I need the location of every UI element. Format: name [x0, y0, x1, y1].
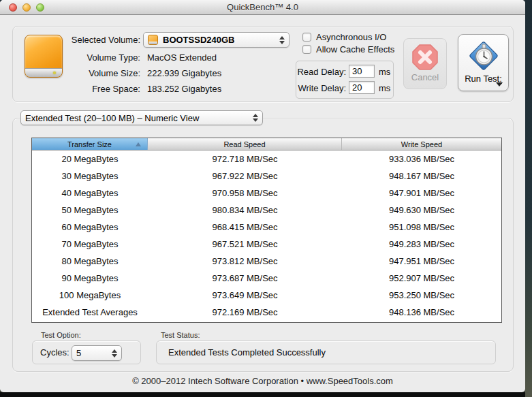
test-view-select[interactable]: Extended Test (20–100 MB) – Numeric View	[20, 110, 263, 125]
read-delay-input[interactable]	[349, 65, 375, 78]
status-box: Extended Tests Completed Successfully	[156, 340, 496, 364]
table-row[interactable]: 20 MegaBytes972.718 MB/Sec933.036 MB/Sec	[32, 150, 501, 168]
volume-icon	[148, 35, 158, 45]
run-test-button[interactable]: Run Test:	[458, 34, 509, 91]
run-test-dropdown-arrow[interactable]	[496, 82, 503, 86]
cancel-label: Cancel	[404, 72, 446, 82]
column-header-read-speed[interactable]: Read Speed	[148, 138, 342, 150]
table-cell: 973.687 MB/Sec	[148, 273, 342, 283]
table-body: 20 MegaBytes972.718 MB/Sec933.036 MB/Sec…	[32, 150, 501, 321]
allow-cache-checkbox[interactable]	[302, 45, 311, 54]
cycles-label: Cycles:	[40, 347, 69, 358]
column-header-label: Read Speed	[223, 140, 265, 148]
table-cell: 60 MegaBytes	[32, 222, 148, 232]
table-cell: 951.098 MB/Sec	[342, 222, 501, 232]
cycles-select[interactable]: 5	[72, 345, 122, 361]
table-row[interactable]: 90 MegaBytes973.687 MB/Sec952.907 MB/Sec	[32, 270, 501, 287]
table-row[interactable]: 50 MegaBytes980.834 MB/Sec949.630 MB/Sec	[32, 202, 501, 219]
volume-size-value: 222.939 Gigabytes	[147, 68, 221, 78]
titlebar[interactable]: QuickBench™ 4.0	[0, 0, 525, 15]
table-cell: 967.922 MB/Sec	[148, 171, 342, 181]
table-cell: 952.907 MB/Sec	[342, 273, 501, 283]
read-delay-label: Read Delay:	[297, 67, 346, 77]
table-cell: 50 MegaBytes	[32, 205, 148, 215]
table-row[interactable]: Extended Test Averages972.169 MB/Sec948.…	[32, 304, 501, 321]
allow-cache-row: Allow Cache Effects	[302, 44, 394, 54]
table-cell: 973.649 MB/Sec	[148, 290, 342, 300]
table-cell: 972.169 MB/Sec	[148, 307, 342, 317]
table-cell: 980.834 MB/Sec	[148, 205, 342, 215]
table-cell: 948.136 MB/Sec	[342, 307, 501, 317]
table-row[interactable]: 30 MegaBytes967.922 MB/Sec948.167 MB/Sec	[32, 168, 501, 185]
write-delay-input[interactable]	[349, 81, 375, 94]
free-space-label: Free Space:	[58, 84, 140, 94]
table-cell: 80 MegaBytes	[32, 256, 148, 266]
test-status-value: Extended Tests Completed Successfully	[168, 347, 326, 358]
table-cell: 100 MegaBytes	[32, 290, 148, 300]
copyright-text: © 2000–2012 Intech Software Corporation …	[0, 376, 525, 386]
table-cell: 948.167 MB/Sec	[342, 171, 501, 181]
table-header: Transfer Size Read Speed Write Speed	[32, 138, 501, 150]
sort-ascending-icon	[136, 142, 141, 146]
table-cell: 947.951 MB/Sec	[342, 256, 501, 266]
popup-arrows-icon	[275, 36, 285, 44]
volume-type-label: Volume Type:	[58, 52, 140, 63]
async-io-row: Asynchronous I/O	[302, 32, 386, 42]
window-title: QuickBench™ 4.0	[0, 2, 525, 12]
selected-volume-label: Selected Volume:	[58, 35, 140, 45]
table-cell: 967.521 MB/Sec	[148, 239, 342, 249]
app-window: QuickBench™ 4.0 Selected Volume: Volume …	[0, 0, 525, 392]
table-cell: 90 MegaBytes	[32, 273, 148, 283]
read-delay-unit: ms	[379, 67, 390, 77]
stopwatch-icon	[467, 39, 500, 72]
test-status-label: Test Status:	[161, 331, 200, 339]
volume-size-label: Volume Size:	[58, 68, 140, 78]
table-cell: 40 MegaBytes	[32, 188, 148, 198]
cycles-box: Cycles: 5	[32, 340, 141, 364]
write-delay-label: Write Delay:	[297, 83, 346, 93]
column-header-label: Transfer Size	[67, 140, 112, 148]
table-cell: 973.812 MB/Sec	[148, 256, 342, 266]
table-cell: 30 MegaBytes	[32, 171, 148, 181]
volume-type-value: MacOS Extended	[147, 52, 217, 63]
table-row[interactable]: 40 MegaBytes970.958 MB/Sec947.901 MB/Sec	[32, 185, 501, 202]
table-cell: 20 MegaBytes	[32, 154, 148, 164]
results-table: Transfer Size Read Speed Write Speed 20 …	[31, 138, 502, 323]
disk-led	[53, 72, 56, 74]
table-cell: 947.901 MB/Sec	[342, 188, 501, 198]
volume-icon-band	[148, 42, 157, 44]
write-delay-unit: ms	[379, 83, 390, 93]
desktop-right-edge	[525, 0, 532, 397]
table-cell: 970.958 MB/Sec	[148, 188, 342, 198]
table-cell: 953.250 MB/Sec	[342, 290, 501, 300]
table-cell: 972.718 MB/Sec	[148, 154, 342, 164]
desktop-bottom-edge	[0, 392, 532, 397]
async-io-checkbox[interactable]	[302, 33, 311, 42]
disk-drive-icon	[25, 35, 63, 78]
async-io-label: Asynchronous I/O	[316, 32, 386, 42]
test-view-value: Extended Test (20–100 MB) – Numeric View	[25, 113, 199, 123]
column-header-label: Write Speed	[401, 140, 442, 148]
free-space-value: 183.252 Gigabytes	[147, 84, 221, 94]
table-cell: 949.630 MB/Sec	[342, 205, 501, 215]
table-cell: 949.283 MB/Sec	[342, 239, 501, 249]
table-cell: 933.036 MB/Sec	[342, 154, 501, 164]
table-row[interactable]: 80 MegaBytes973.812 MB/Sec947.951 MB/Sec	[32, 253, 501, 270]
cycles-value: 5	[76, 348, 81, 358]
table-cell: 968.415 MB/Sec	[148, 222, 342, 232]
disk-band	[25, 68, 62, 77]
cancel-button[interactable]: Cancel	[403, 38, 447, 89]
table-row[interactable]: 60 MegaBytes968.415 MB/Sec951.098 MB/Sec	[32, 219, 501, 236]
column-header-write-speed[interactable]: Write Speed	[342, 138, 501, 150]
popup-arrows-icon	[108, 349, 117, 358]
test-option-label: Test Option:	[41, 331, 81, 339]
popup-arrows-icon	[249, 114, 258, 122]
table-row[interactable]: 70 MegaBytes967.521 MB/Sec949.283 MB/Sec	[32, 236, 501, 253]
allow-cache-label: Allow Cache Effects	[316, 44, 394, 54]
stop-octagon-icon	[411, 44, 439, 71]
selected-volume-value: BOOTSSD240GB	[163, 35, 234, 45]
table-row[interactable]: 100 MegaBytes973.649 MB/Sec953.250 MB/Se…	[32, 287, 501, 304]
column-header-transfer-size[interactable]: Transfer Size	[32, 138, 148, 150]
selected-volume-select[interactable]: BOOTSSD240GB	[143, 32, 290, 48]
table-cell: Extended Test Averages	[32, 307, 148, 317]
